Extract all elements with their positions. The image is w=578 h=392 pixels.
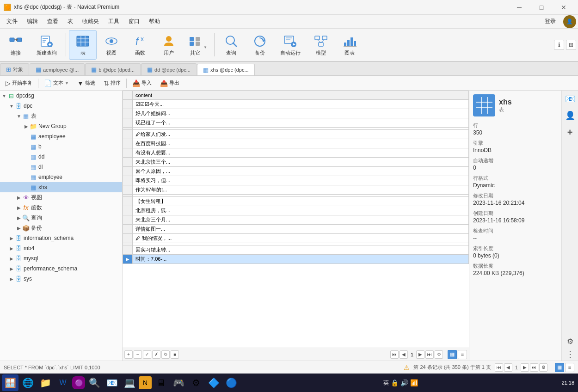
cell-content[interactable]: 有没有人想要... (133, 148, 469, 158)
status-list-view[interactable]: ≡ (565, 363, 574, 372)
tree-dd[interactable]: ▶ ▦ dd (0, 152, 122, 162)
taskbar-start-icon[interactable]: 🪟 (2, 374, 18, 391)
nav-first-button[interactable]: ⏮ (390, 350, 399, 359)
text-button[interactable]: 📄 文本 ▼ (40, 78, 73, 88)
stop-button[interactable]: ■ (171, 350, 179, 359)
table-row-selected[interactable]: ▶ 时间：7.06-... (123, 255, 469, 264)
tree-arrow-backup[interactable]: ▶ (16, 226, 22, 231)
status-grid-view[interactable]: ▦ (555, 363, 564, 372)
tree-mysql[interactable]: ▶ 🗄 mysql (0, 253, 122, 263)
minimize-button[interactable]: ─ (509, 0, 530, 15)
tree-arrow-view[interactable]: ▶ (16, 195, 22, 200)
tab-b[interactable]: ▦ b @dpc (dpcd... (85, 63, 141, 75)
tree-dpc[interactable]: ▼ 🗄 dpc (0, 101, 122, 111)
start-transaction-button[interactable]: ▷ 开始事务 (2, 78, 36, 88)
menu-edit[interactable]: 编辑 (22, 16, 43, 27)
taskbar-purple-icon[interactable]: 🟣 (72, 376, 85, 389)
tree-sys[interactable]: ▶ 🗄 sys (0, 274, 122, 284)
add-side-button[interactable]: + (564, 126, 577, 139)
tree-b[interactable]: ▶ ▦ b (0, 141, 122, 152)
tree-arrow-mysql[interactable]: ▶ (8, 256, 15, 261)
sort-button[interactable]: ⇅ 排序 (100, 78, 124, 88)
tab-aemployee[interactable]: ▦ aemployee @... (30, 63, 85, 75)
table-row[interactable]: 好几个姐妹问... (123, 109, 469, 118)
tree-arrow-dpc[interactable]: ▼ (8, 104, 15, 109)
toolbar-user[interactable]: 用户 (155, 30, 183, 60)
nav-settings-button[interactable]: ⚙ (435, 350, 443, 359)
toolbar-function[interactable]: f x 函数 (126, 30, 154, 60)
toolbar-chart[interactable]: 图表 (336, 30, 363, 60)
other-dropdown-arrow[interactable]: ▼ (203, 45, 207, 49)
table-row[interactable]: 【女生转租】 (123, 197, 469, 206)
table-row[interactable]: 🖊给家人们发... (123, 130, 469, 139)
tree-perf-schema[interactable]: ▶ 🗄 performance_schema (0, 263, 122, 274)
tree-xhs[interactable]: ▶ ▦ xhs (0, 182, 122, 192)
tree-mb4[interactable]: ▶ 🗄 mb4 (0, 243, 122, 253)
table-row[interactable]: 🖊 我的情况，... (123, 234, 469, 243)
taskbar-blue-icon[interactable]: 🔷 (205, 374, 222, 391)
taskbar-terminal-icon[interactable]: 💻 (121, 374, 138, 391)
toolbar-new-query[interactable]: 新建查询 (31, 30, 63, 60)
toolbar-view[interactable]: 视图 (98, 30, 125, 60)
title-controls[interactable]: ─ □ ✕ (509, 0, 574, 15)
taskbar-word-icon[interactable]: W (55, 374, 71, 391)
data-table[interactable]: content ☑☑☑今天... 好几个姐妹问... 现已租了一个... (123, 91, 469, 348)
toolbar-other[interactable]: 其它 ▼ (184, 30, 211, 60)
table-row[interactable]: 来北京三个月... (123, 215, 469, 225)
tree-aemployee[interactable]: ▶ ▦ aemployee (0, 131, 122, 141)
nav-last-button[interactable]: ⏭ (425, 350, 434, 359)
cell-content[interactable]: 【女生转租】 (133, 197, 469, 206)
menu-table[interactable]: 表 (63, 16, 78, 27)
table-row[interactable]: 北京租房，狐... (123, 206, 469, 215)
tree-query-group[interactable]: ▶ 🔍 查询 (0, 213, 122, 223)
filter-button[interactable]: ▼ 筛选 (74, 78, 99, 88)
tree-arrow-new-group[interactable]: ▶ (23, 124, 30, 129)
menu-file[interactable]: 文件 (2, 16, 22, 27)
tree-view-group[interactable]: ▶ 👁 视图 (0, 192, 122, 202)
toolbar-connect[interactable]: 连接 (2, 30, 30, 60)
menu-window[interactable]: 窗口 (124, 16, 144, 27)
table-row[interactable]: 详情如图一... (123, 225, 469, 234)
menu-tools[interactable]: 工具 (104, 16, 124, 27)
tree-arrow-table-group[interactable]: ▼ (16, 114, 22, 119)
cell-content[interactable]: 因个人原因，... (133, 167, 469, 176)
tab-dd[interactable]: ▦ dd @dpc (dpc... (141, 63, 197, 75)
tree-dl[interactable]: ▶ ▦ dl (0, 162, 122, 172)
grid-button[interactable]: ⊞ (566, 40, 576, 50)
tree-arrow-query[interactable]: ▶ (16, 215, 22, 220)
taskbar-pycharm-icon[interactable]: 🖥 (153, 374, 169, 391)
refresh-button[interactable]: ↻ (161, 350, 170, 359)
table-row[interactable]: 来北京快三个... (123, 158, 469, 167)
export-button[interactable]: 📤 导出 (156, 78, 183, 88)
confirm-button[interactable]: ✓ (143, 350, 151, 359)
tree-table-group[interactable]: ▼ ▦ 表 (0, 111, 122, 121)
nav-next-button[interactable]: ▶ (416, 350, 424, 359)
table-row[interactable]: 因实习结束转... (123, 245, 469, 255)
person-side-icon[interactable]: 👤 (564, 109, 577, 122)
taskbar-chrome-icon[interactable]: 🌐 (19, 374, 36, 391)
cell-content[interactable]: 🖊给家人们发... (133, 130, 469, 139)
toolbar-table[interactable]: 表 (69, 30, 97, 60)
menu-help[interactable]: 帮助 (144, 16, 165, 27)
cancel-button[interactable]: ✗ (152, 350, 160, 359)
info-button[interactable]: ℹ (554, 40, 564, 50)
text-dropdown[interactable]: ▼ (65, 81, 69, 86)
cell-content[interactable]: 好几个姐妹问... (133, 109, 469, 118)
status-nav-last[interactable]: ⏭ (530, 363, 538, 372)
list-view-button[interactable]: ≡ (458, 350, 467, 359)
add-row-button[interactable]: + (124, 350, 133, 359)
table-row[interactable]: 在百度科技园... (123, 139, 469, 148)
table-row[interactable]: 有没有人想要... (123, 148, 469, 158)
maximize-button[interactable]: □ (531, 0, 552, 15)
tree-backup-group[interactable]: ▶ 📦 备份 (0, 223, 122, 233)
content-header[interactable]: content (133, 91, 469, 100)
cell-content[interactable]: 在百度科技园... (133, 139, 469, 148)
nav-prev-button[interactable]: ◀ (400, 350, 408, 359)
taskbar-search-icon[interactable]: 🔍 (86, 374, 103, 391)
status-nav-settings[interactable]: ⚙ (539, 363, 547, 372)
cell-content[interactable]: ☑☑☑今天... (133, 100, 469, 109)
cell-content[interactable]: 现已租了一个... (133, 118, 469, 128)
taskbar-explorer-icon[interactable]: 📁 (37, 374, 54, 391)
tree-arrow-dpcdsg[interactable]: ▼ (1, 93, 7, 98)
menu-view[interactable]: 查看 (43, 16, 63, 27)
